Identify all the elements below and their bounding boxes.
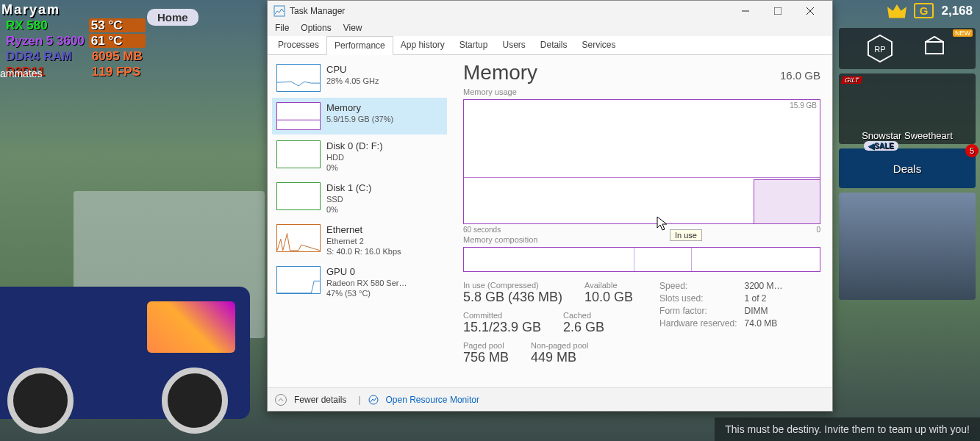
memory-usage-graph[interactable]: 15.9 GB In use (463, 99, 820, 224)
vehicle (0, 287, 250, 419)
graph-tooltip: In use (670, 229, 702, 241)
gilt-badge: GILT (841, 76, 863, 84)
side-cpu[interactable]: CPU28% 4.05 GHz (272, 60, 447, 96)
memory-capacity: 16.0 GB (780, 69, 820, 82)
tab-processes[interactable]: Processes (271, 36, 326, 54)
promo-card-2[interactable] (839, 193, 976, 300)
task-manager-icon (273, 5, 285, 17)
crate-icon (922, 35, 947, 62)
top-right-hud: G 2,168 (887, 3, 973, 18)
tab-app-history[interactable]: App history (393, 36, 452, 54)
resource-monitor-icon (368, 395, 379, 405)
comp-label: Memory composition (463, 235, 820, 244)
menu-options[interactable]: Options (301, 23, 331, 33)
chevron-up-icon[interactable] (275, 394, 287, 406)
memory-composition-bar[interactable] (463, 247, 820, 272)
window-title: Task Manager (290, 6, 345, 16)
titlebar[interactable]: Task Manager (268, 1, 832, 21)
side-disk1[interactable]: Disk 1 (C:)SSD0% (272, 178, 447, 218)
crown-icon[interactable] (887, 4, 906, 18)
tab-performance[interactable]: Performance (326, 36, 393, 55)
home-button[interactable]: Home (147, 9, 198, 26)
graph-x-right: 0 (816, 226, 820, 234)
perf-heading: Memory (463, 61, 537, 85)
currency-badge[interactable]: G (914, 3, 934, 18)
deals-card[interactable]: ◀SALE Deals 5 (839, 148, 976, 188)
rp-icon: RP (868, 35, 893, 62)
svg-rect-2 (926, 42, 943, 54)
tab-strip: Processes Performance App history Startu… (268, 36, 832, 55)
tab-details[interactable]: Details (533, 36, 575, 54)
tab-services[interactable]: Services (575, 36, 623, 54)
graph-x-left: 60 seconds (463, 226, 501, 234)
menu-view[interactable]: View (343, 23, 362, 33)
promo-card-1[interactable]: GILT Snowstar Sweetheart (839, 74, 976, 144)
svg-text:RP: RP (874, 45, 885, 54)
close-button[interactable] (794, 1, 826, 21)
new-badge: NEW (953, 29, 973, 37)
side-gpu0[interactable]: GPU 0Radeon RX 580 Ser…47% (53 °C) (272, 262, 447, 302)
task-manager-window: Task Manager File Options View Processes… (267, 0, 833, 412)
cursor-icon (657, 216, 668, 232)
side-ethernet[interactable]: EthernetEthernet 2S: 40.0 R: 16.0 Kbps (272, 220, 447, 260)
memory-stats: In use (Compressed)5.8 GB (436 MB) Avail… (463, 281, 820, 365)
sale-tag: ◀SALE (864, 141, 898, 151)
top-promo-card[interactable]: RP NEW (839, 28, 976, 69)
minimize-button[interactable] (729, 1, 762, 21)
player-name: Maryam (1, 3, 147, 17)
destiny-banner[interactable]: This must be destiny. Invite them to tea… (715, 417, 980, 441)
side-disk0[interactable]: Disk 0 (D: F:)HDD0% (272, 136, 447, 176)
open-resource-monitor-link[interactable]: Open Resource Monitor (386, 395, 479, 405)
deals-badge: 5 (965, 144, 979, 157)
perf-main: Memory 16.0 GB Memory usage 15.9 GB In u… (451, 55, 832, 387)
currency-value: 2,168 (941, 4, 973, 18)
menubar: File Options View (268, 21, 832, 36)
teammates-label: ammates (0, 68, 43, 79)
menu-file[interactable]: File (275, 23, 289, 33)
tab-users[interactable]: Users (495, 36, 532, 54)
perf-sidebar: CPU28% 4.05 GHz Memory5.9/15.9 GB (37%) … (268, 55, 451, 387)
maximize-button[interactable] (762, 1, 794, 21)
graph-y-max: 15.9 GB (790, 101, 817, 110)
task-manager-footer: Fewer details | Open Resource Monitor (268, 387, 832, 411)
fewer-details-link[interactable]: Fewer details (294, 395, 346, 405)
tab-startup[interactable]: Startup (452, 36, 496, 54)
side-memory[interactable]: Memory5.9/15.9 GB (37%) (272, 98, 447, 135)
svg-rect-5 (774, 7, 782, 15)
usage-label: Memory usage (463, 87, 820, 96)
